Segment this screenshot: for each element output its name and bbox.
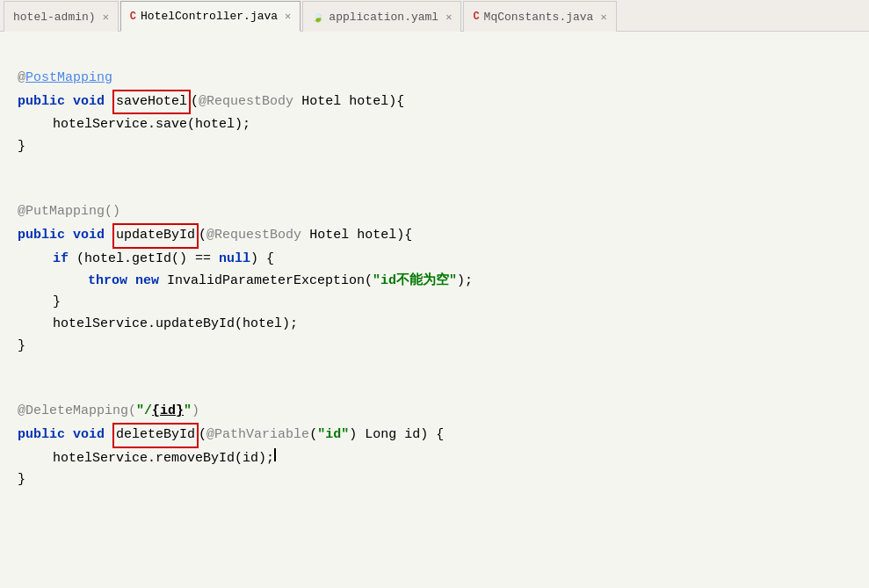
method-name-deletebyid: deleteById [112, 423, 199, 448]
code-line-updatebyid: public void updateById (@RequestBody Hot… [18, 223, 851, 249]
keyword-void: void [73, 91, 105, 113]
code-line-annotation-put: @PutMapping() [18, 201, 851, 223]
code-line-blank [18, 158, 851, 180]
code-line-throw: throw new InvalidParameterException( "id… [18, 271, 851, 293]
text-space2 [105, 91, 112, 113]
keyword-new: new [135, 271, 159, 293]
sp3 [65, 425, 73, 446]
tab-mq-constants[interactable]: C MqConstants.java ✕ [463, 1, 616, 32]
tab-label: application.yaml [329, 11, 438, 24]
code-line-annotation-delete: @DeleteMapping("/{id}") [18, 401, 851, 423]
brace3: } [18, 336, 25, 358]
del-params: (@PathVariable("id") Long id) { [199, 425, 444, 446]
keyword-void2: void [73, 225, 105, 247]
code-line-removebyid: hotelService.removeById(id); [18, 448, 851, 470]
code-line-blank4 [18, 379, 851, 401]
text-space [65, 91, 73, 113]
code-line-if: if (hotel.getId() == null ) { [18, 249, 851, 271]
keyword-if: if [53, 249, 69, 271]
cursor [274, 448, 276, 461]
code-line-updatebyid-call: hotelService.updateById(hotel); [18, 314, 851, 336]
annotation-at2: @ [18, 201, 25, 223]
method-name-updatebyid: updateById [112, 223, 199, 249]
string-id: "id不能为空" [373, 271, 457, 293]
keyword-public: public [18, 91, 65, 113]
keyword-void3: void [73, 425, 105, 446]
tab-hotel-admin[interactable]: hotel-admin) ✕ [4, 1, 119, 32]
exception-name: InvalidParameterException( [159, 271, 373, 293]
brace4: } [18, 469, 25, 491]
tab-close-icon[interactable]: ✕ [285, 10, 291, 23]
code-line-brace2: } [18, 336, 851, 358]
tab-application-yaml[interactable]: 🍃 application.yaml ✕ [302, 1, 461, 32]
brace: } [18, 136, 25, 158]
code-editor[interactable]: @PostMapping public void saveHotel (@Req… [0, 32, 869, 588]
yaml-icon: 🍃 [312, 11, 324, 23]
brace2: } [53, 292, 61, 314]
code-line-closeif: } [18, 292, 851, 314]
tab-hotel-controller[interactable]: C HotelController.java ✕ [120, 1, 301, 32]
code-line-save: hotelService.save(hotel); [18, 114, 851, 136]
code-text3: hotelService.removeById(id); [53, 448, 274, 470]
keyword-public2: public [18, 225, 65, 247]
keyword-null: null [219, 249, 250, 271]
del-close-paren: ) [192, 401, 199, 423]
annotation-at: @ [18, 68, 25, 90]
code-line-blank3 [18, 358, 851, 380]
tab-bar: hotel-admin) ✕ C HotelController.java ✕ … [0, 0, 869, 32]
annotation-postmapping: PostMapping [25, 68, 112, 90]
tab-close-icon[interactable]: ✕ [600, 11, 606, 24]
sp2 [105, 225, 112, 247]
code-line [18, 46, 851, 68]
sp1 [65, 225, 73, 247]
tab-label: HotelController.java [141, 10, 278, 23]
java-icon: C [130, 11, 136, 23]
sp-throw [127, 271, 135, 293]
annotation-parens: () [105, 201, 120, 223]
editor-window: hotel-admin) ✕ C HotelController.java ✕ … [0, 0, 869, 588]
if-condition: (hotel.getId() == [69, 249, 219, 271]
del-string-start: "/{id}" [136, 401, 192, 423]
code-line-annotation-post: @PostMapping [18, 68, 851, 90]
code-line-brace3: } [18, 469, 851, 491]
tab-label: MqConstants.java [484, 11, 594, 24]
method-params: (@RequestBody Hotel hotel){ [191, 91, 404, 113]
method-name-savehotel: saveHotel [112, 90, 191, 115]
code-text2: hotelService.updateById(hotel); [53, 314, 298, 336]
code-text: hotelService.save(hotel); [53, 114, 250, 136]
annotation-at3: @ [18, 401, 25, 423]
java-icon-mq: C [473, 11, 479, 23]
tab-label: hotel-admin) [13, 11, 96, 24]
del-open-paren: ( [128, 401, 136, 423]
sp4 [105, 425, 112, 446]
code-line-blank2 [18, 180, 851, 202]
keyword-public3: public [18, 425, 65, 446]
throw-close: ); [457, 271, 473, 293]
code-line-savehotel: public void saveHotel (@RequestBody Hote… [18, 90, 851, 115]
tab-close-icon[interactable]: ✕ [103, 11, 109, 24]
annotation-putmapping: PutMapping [25, 201, 105, 223]
code-line-brace1: } [18, 136, 851, 158]
method-params2: (@RequestBody Hotel hotel){ [199, 225, 412, 247]
if-brace: ) { [250, 249, 274, 271]
tab-close-icon[interactable]: ✕ [445, 11, 452, 24]
annotation-deletemapping: DeleteMapping [25, 401, 128, 423]
keyword-throw: throw [88, 271, 127, 293]
code-line-deletebyid: public void deleteById (@PathVariable("i… [18, 423, 851, 448]
